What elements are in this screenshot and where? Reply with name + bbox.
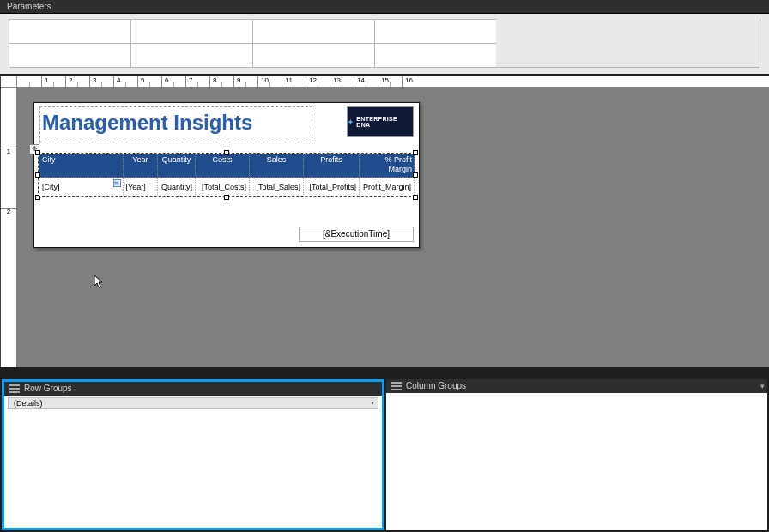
- ruler-tick: 16: [402, 76, 413, 87]
- tablix-data-row[interactable]: [City] ▤ [Year] Quantity] [Total_Costs] …: [39, 178, 415, 196]
- cell-year[interactable]: [Year]: [123, 178, 158, 196]
- ruler-tick: 1: [1, 148, 16, 155]
- col-header-profits[interactable]: Profits: [303, 154, 359, 178]
- report-title[interactable]: Management Insights: [39, 106, 312, 142]
- row-groups-icon: [9, 384, 20, 393]
- column-groups-header[interactable]: Column Groups ▾: [386, 379, 767, 393]
- ruler-tick: 5: [137, 76, 144, 87]
- cell-profitmargin[interactable]: Profit_Margin]: [359, 178, 414, 196]
- report-footer-execution-time[interactable]: [&ExecutionTime]: [299, 227, 414, 242]
- cell-city[interactable]: [City] ▤: [39, 178, 124, 196]
- ruler-tick: 2: [1, 208, 16, 215]
- cursor-icon: [94, 275, 105, 289]
- parameters-grid-area: [0, 14, 769, 76]
- resize-handle[interactable]: [413, 150, 418, 155]
- row-groups-body[interactable]: (Details) ▾: [4, 396, 382, 528]
- parameters-panel-title: Parameters: [7, 2, 51, 11]
- ruler-tick: 12: [306, 76, 317, 87]
- chevron-down-icon[interactable]: ▾: [367, 398, 378, 408]
- ruler-tick: 11: [282, 76, 293, 87]
- column-groups-icon: [391, 382, 402, 390]
- cell-costs[interactable]: [Total_Costs]: [195, 178, 249, 196]
- row-group-item-details[interactable]: (Details) ▾: [8, 397, 378, 409]
- row-group-item-label: (Details): [14, 398, 43, 408]
- ruler-tick: 7: [185, 76, 192, 87]
- design-surface: 12345678910111213141516 12 Management In…: [0, 76, 769, 367]
- column-groups-title: Column Groups: [406, 379, 466, 393]
- param-cell[interactable]: [130, 43, 252, 67]
- col-header-city[interactable]: City: [39, 154, 124, 178]
- param-cell[interactable]: [374, 43, 496, 67]
- resize-handle[interactable]: [224, 150, 229, 155]
- col-header-costs[interactable]: Costs: [195, 154, 249, 178]
- param-cell[interactable]: [9, 43, 130, 67]
- param-cell[interactable]: [252, 43, 374, 67]
- ruler-tick: 6: [161, 76, 168, 87]
- row-groups-pane[interactable]: Row Groups (Details) ▾: [2, 379, 384, 530]
- resize-handle[interactable]: [413, 172, 418, 178]
- tablix-header-row[interactable]: City Year Quantity Costs Sales Profits %…: [39, 154, 415, 178]
- parameters-panel-header[interactable]: Parameters: [0, 0, 769, 14]
- report-body[interactable]: Management Insights ENTERPRISE DNA ✥: [33, 102, 420, 248]
- pane-toggle-icon[interactable]: ▾: [757, 379, 767, 393]
- ruler-tick: 3: [89, 76, 96, 87]
- row-groups-header[interactable]: Row Groups: [4, 382, 382, 396]
- resize-handle[interactable]: [35, 150, 40, 155]
- column-groups-pane[interactable]: Column Groups ▾: [386, 379, 767, 530]
- ruler-tick: 1: [41, 76, 48, 87]
- column-groups-body[interactable]: [386, 393, 767, 530]
- param-cell[interactable]: [9, 19, 130, 43]
- col-header-quantity[interactable]: Quantity: [158, 154, 196, 178]
- cell-profits[interactable]: [Total_Profits]: [303, 178, 359, 196]
- ruler-tick: 13: [330, 76, 341, 87]
- report-logo[interactable]: ENTERPRISE DNA: [347, 106, 414, 137]
- ruler-tick: 10: [257, 76, 269, 87]
- ruler-tick: 9: [233, 76, 240, 87]
- parameters-grid[interactable]: [9, 19, 760, 68]
- ruler-vertical-scale[interactable]: 12: [1, 87, 16, 367]
- report-canvas[interactable]: Management Insights ENTERPRISE DNA ✥: [16, 87, 769, 367]
- row-group-indicator-icon[interactable]: ▤: [113, 179, 121, 187]
- ruler-tick: 15: [378, 76, 389, 87]
- tablix-table[interactable]: City Year Quantity Costs Sales Profits %…: [39, 154, 415, 196]
- ruler-tick: 2: [65, 76, 72, 87]
- resize-handle[interactable]: [224, 195, 229, 200]
- param-cell[interactable]: [374, 19, 496, 43]
- groups-panels: Row Groups (Details) ▾ Column Groups ▾: [0, 378, 769, 532]
- logo-text: ENTERPRISE DNA: [356, 116, 413, 128]
- param-cell[interactable]: [130, 19, 252, 43]
- col-header-year[interactable]: Year: [123, 154, 158, 178]
- ruler-tick: 4: [113, 76, 120, 87]
- resize-handle[interactable]: [413, 195, 418, 200]
- ruler-tick: 8: [209, 76, 216, 87]
- ruler-tick: 14: [354, 76, 365, 87]
- ruler-horizontal-scale[interactable]: 12345678910111213141516: [16, 76, 769, 87]
- tablix-selected[interactable]: ✥: [38, 153, 415, 197]
- col-header-profit-margin[interactable]: % Profit Margin: [359, 154, 414, 178]
- col-header-sales[interactable]: Sales: [249, 154, 303, 178]
- cell-sales[interactable]: [Total_Sales]: [249, 178, 303, 196]
- param-cell[interactable]: [252, 19, 374, 43]
- ruler-corner: [1, 76, 16, 87]
- ruler-horizontal: 12345678910111213141516: [1, 76, 769, 87]
- cell-quantity[interactable]: Quantity]: [158, 178, 196, 196]
- row-groups-title: Row Groups: [24, 382, 72, 396]
